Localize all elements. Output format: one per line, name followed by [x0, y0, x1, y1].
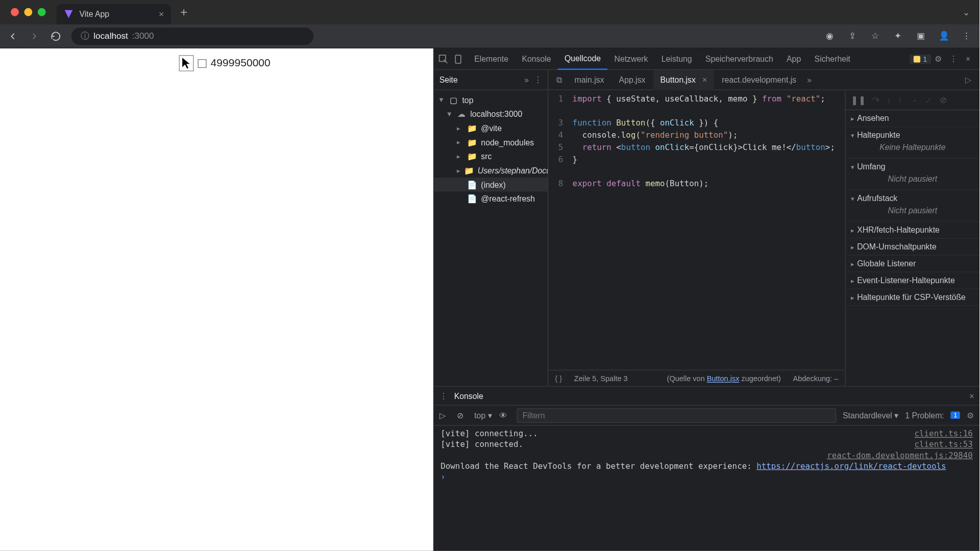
xhr-section[interactable]: ▸XHR/fetch-Haltepunkte: [846, 222, 979, 239]
issues-badge[interactable]: 1: [910, 54, 931, 63]
step-out-icon[interactable]: ↑: [898, 95, 902, 105]
drawer-header: ⋮ Konsole ×: [434, 387, 979, 406]
svg-marker-0: [65, 10, 73, 18]
rendered-page[interactable]: 4999950000: [0, 48, 433, 551]
inspect-icon[interactable]: [438, 54, 453, 64]
deactivate-bp-icon[interactable]: ⟋: [924, 95, 933, 105]
tab-console[interactable]: Konsole: [515, 48, 558, 69]
dom-section[interactable]: ▸DOM-Umschaltpunkte: [846, 239, 979, 256]
drawer-menu-icon[interactable]: ⋮: [439, 391, 448, 400]
tree-item[interactable]: ▸📁src: [434, 149, 548, 164]
csp-section[interactable]: ▸Haltepunkte für CSP-Verstöße: [846, 289, 979, 306]
share-icon[interactable]: ⇪: [846, 31, 859, 41]
tree-item-index[interactable]: 📄(index): [434, 178, 548, 192]
tab-elements[interactable]: Elemente: [468, 48, 515, 69]
toggle-sidebar-icon[interactable]: ⧉: [552, 75, 567, 84]
bookmark-icon[interactable]: ☆: [869, 31, 881, 41]
log-line: react-dom.development.js:29840: [434, 450, 979, 461]
console-filter-input[interactable]: [517, 408, 836, 422]
callstack-section[interactable]: ▾AufrufstackNicht pausiert: [846, 190, 979, 222]
profile-icon[interactable]: 👤: [938, 31, 950, 41]
code-content[interactable]: import { useState, useCallback, memo } f…: [569, 90, 845, 370]
minimize-window-button[interactable]: [24, 8, 32, 16]
file-overflow-icon[interactable]: »: [807, 75, 812, 84]
panel-icon[interactable]: ▣: [915, 31, 927, 41]
close-devtools-icon[interactable]: ×: [961, 54, 975, 63]
step-icon[interactable]: →: [909, 95, 918, 105]
pause-button[interactable]: ❚❚: [851, 95, 866, 105]
file-tab-main[interactable]: main.jsx: [568, 69, 610, 90]
step-over-icon[interactable]: ↷: [872, 95, 879, 105]
menu-icon[interactable]: ⋮: [961, 31, 973, 41]
tab-sources[interactable]: Quellcode: [558, 48, 608, 69]
console-prompt[interactable]: ›: [434, 471, 979, 482]
tree-item[interactable]: ▸📁@vite: [434, 121, 548, 135]
log-source-link[interactable]: client.ts:16: [915, 429, 973, 438]
nav-menu-icon[interactable]: ⋮: [534, 75, 542, 84]
event-listener-section[interactable]: ▸Event-Listener-Haltepunkte: [846, 272, 979, 289]
device-toggle-icon[interactable]: [453, 54, 468, 64]
global-listener-section[interactable]: ▸Globale Listener: [846, 256, 979, 272]
tree-top[interactable]: ▼▢top: [434, 93, 548, 107]
browser-tab[interactable]: Vite App ×: [57, 4, 171, 24]
address-bar[interactable]: ⓘ localhost:3000: [71, 27, 313, 44]
run-snippet-icon[interactable]: ▷: [965, 75, 971, 84]
tab-memory[interactable]: Speicherverbrauch: [699, 48, 780, 69]
format-icon[interactable]: { }: [555, 374, 562, 382]
extensions-icon[interactable]: ✦: [892, 31, 904, 41]
tab-application[interactable]: App: [780, 48, 808, 69]
log-level-selector[interactable]: Standardlevel ▾: [843, 411, 898, 420]
translate-icon[interactable]: ◉: [823, 31, 836, 41]
forward-button[interactable]: [28, 30, 40, 42]
drawer-tab-console[interactable]: Konsole: [454, 391, 483, 400]
problems-badge[interactable]: 1: [951, 412, 960, 419]
file-tree[interactable]: ▼▢top ▼☁localhost:3000 ▸📁@vite ▸📁node_mo…: [434, 90, 548, 386]
log-source-link[interactable]: react-dom.development.js:29840: [827, 450, 973, 460]
watch-section[interactable]: ▸Ansehen: [846, 110, 979, 127]
maximize-window-button[interactable]: [38, 8, 46, 16]
tab-network[interactable]: Netzwerk: [607, 48, 654, 69]
pause-exceptions-icon[interactable]: ⊘: [940, 95, 947, 105]
nav-overflow-icon[interactable]: »: [524, 75, 529, 84]
more-icon[interactable]: ⋮: [946, 54, 961, 63]
code-editor[interactable]: 134568 import { useState, useCallback, m…: [548, 90, 845, 386]
sources-nav-tabs: Seite » ⋮: [434, 70, 548, 89]
live-expression-icon[interactable]: 👁: [499, 411, 510, 420]
editor-statusbar: { } Zeile 5, Spalte 3 (Quelle von Button…: [548, 370, 845, 386]
close-file-icon[interactable]: ×: [702, 75, 707, 84]
console-drawer: ⋮ Konsole × ▷ ⊘ top ▾ 👁 Standardlevel ▾ …: [434, 386, 979, 551]
file-tab-react[interactable]: react.development.js: [715, 69, 803, 90]
breakpoints-section[interactable]: ▾HaltepunkteKeine Haltepunkte: [846, 127, 979, 159]
tree-item[interactable]: ▸📁node_modules: [434, 135, 548, 149]
log-source-link[interactable]: client.ts:53: [915, 440, 973, 449]
file-tab-app[interactable]: App.jsx: [612, 69, 652, 90]
checkbox-input[interactable]: [198, 59, 206, 67]
tree-item[interactable]: ▸📁Users/stephan/Docum: [434, 163, 548, 178]
settings-icon[interactable]: ⚙: [931, 54, 946, 63]
close-tab-icon[interactable]: ×: [159, 9, 164, 19]
reload-button[interactable]: [50, 30, 62, 42]
back-button[interactable]: [7, 30, 19, 42]
file-tab-button[interactable]: Button.jsx×: [653, 69, 714, 90]
tab-overflow-icon[interactable]: ⌄: [963, 7, 970, 17]
console-output[interactable]: [vite] connecting...client.ts:16 [vite] …: [434, 425, 979, 550]
tab-title: Vite App: [80, 9, 110, 18]
clear-console-icon[interactable]: ⊘: [457, 411, 468, 420]
step-into-icon[interactable]: ↓: [887, 95, 891, 105]
tree-host[interactable]: ▼☁localhost:3000: [434, 107, 548, 121]
close-window-button[interactable]: [11, 8, 19, 16]
console-toolbar: ▷ ⊘ top ▾ 👁 Standardlevel ▾ 1 Problem: 1…: [434, 406, 979, 426]
scope-section[interactable]: ▾UmfangNicht pausiert: [846, 159, 979, 190]
context-selector[interactable]: top ▾: [474, 411, 492, 420]
tab-performance[interactable]: Leistung: [655, 48, 699, 69]
tab-security[interactable]: Sicherheit: [807, 48, 857, 69]
site-info-icon[interactable]: ⓘ: [81, 30, 89, 42]
console-settings-icon[interactable]: ⚙: [967, 411, 974, 420]
nav-page-label[interactable]: Seite: [439, 75, 458, 84]
devtools-link[interactable]: https://reactjs.org/link/react-devtools: [756, 461, 946, 470]
eval-context-icon[interactable]: ▷: [439, 411, 450, 420]
tree-item[interactable]: 📄@react-refresh: [434, 192, 548, 206]
svg-rect-2: [455, 55, 461, 63]
new-tab-button[interactable]: +: [176, 5, 191, 19]
close-drawer-icon[interactable]: ×: [969, 391, 974, 400]
